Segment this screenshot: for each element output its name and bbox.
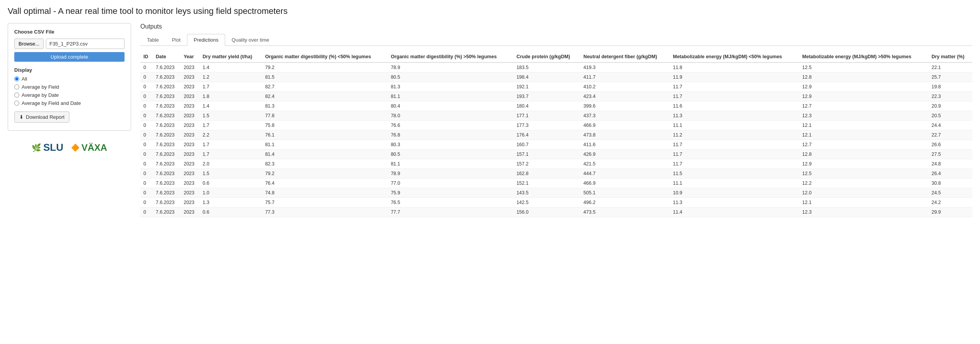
tab-table[interactable]: Table	[140, 34, 165, 46]
tab-quality[interactable]: Quality over time	[225, 34, 276, 46]
cell-me_gt50: 12.8	[799, 73, 928, 82]
cell-date: 7.6.2023	[153, 207, 181, 217]
cell-year: 2023	[180, 169, 199, 179]
vaxa-icon: 🔶	[71, 143, 79, 152]
cell-id: 0	[140, 179, 153, 188]
table-body: 07.6.202320231.479.278.9183.5419.311.812…	[140, 62, 972, 217]
cell-id: 0	[140, 62, 153, 73]
cell-year: 2023	[180, 101, 199, 111]
browse-button[interactable]: Browse...	[14, 39, 44, 49]
cell-year: 2023	[180, 198, 199, 207]
cell-dmy: 1.7	[200, 82, 262, 92]
outputs-title: Outputs	[140, 23, 972, 30]
table-row: 07.6.202320231.375.776.5142.5496.211.312…	[140, 198, 972, 207]
cell-dmy: 2.2	[200, 130, 262, 140]
cell-me_gt50: 12.9	[799, 82, 928, 92]
cell-me_lt50: 11.4	[670, 207, 799, 217]
radio-avg-field-date-input[interactable]	[14, 101, 19, 106]
cell-omd_gt50: 81.3	[388, 82, 514, 92]
radio-avg-date[interactable]: Average by Date	[14, 92, 125, 98]
cell-year: 2023	[180, 159, 199, 169]
col-header-dm-pct: Dry matter (%)	[928, 51, 972, 62]
cell-date: 7.6.2023	[153, 150, 181, 159]
cell-me_lt50: 11.7	[670, 92, 799, 101]
cell-year: 2023	[180, 140, 199, 150]
vaxa-text: VÄXA	[81, 142, 107, 153]
slu-logo: 🌿 SLU	[32, 142, 63, 153]
cell-omd_gt50: 75.9	[388, 188, 514, 198]
col-header-cp: Crude protein (g/kgDM)	[514, 51, 581, 62]
radio-avg-field-date[interactable]: Average by Field and Date	[14, 100, 125, 106]
cell-ndf: 444.7	[580, 169, 670, 179]
cell-ndf: 426.9	[580, 150, 670, 159]
cell-omd_gt50: 76.8	[388, 130, 514, 140]
table-row: 07.6.202320231.781.180.3160.7411.611.712…	[140, 140, 972, 150]
cell-year: 2023	[180, 121, 199, 130]
cell-omd_lt50: 74.8	[262, 188, 388, 198]
cell-omd_gt50: 81.1	[388, 92, 514, 101]
cell-me_lt50: 11.6	[670, 101, 799, 111]
radio-all-input[interactable]	[14, 76, 19, 81]
cell-omd_lt50: 75.7	[262, 198, 388, 207]
table-header-row: ID Date Year Dry matter yield (t/ha) Org…	[140, 51, 972, 62]
radio-avg-field[interactable]: Average by Field	[14, 84, 125, 90]
cell-date: 7.6.2023	[153, 111, 181, 121]
cell-me_gt50: 12.9	[799, 159, 928, 169]
cell-id: 0	[140, 140, 153, 150]
table-row: 07.6.202320231.579.278.9162.8444.711.512…	[140, 169, 972, 179]
col-header-id: ID	[140, 51, 153, 62]
cell-omd_lt50: 79.2	[262, 62, 388, 73]
radio-all[interactable]: All	[14, 76, 125, 82]
data-table: ID Date Year Dry matter yield (t/ha) Org…	[140, 51, 972, 217]
slu-icon: 🌿	[32, 143, 41, 152]
cell-dmy: 1.7	[200, 150, 262, 159]
table-row: 07.6.202320231.882.481.1193.7423.411.712…	[140, 92, 972, 101]
slu-text: SLU	[43, 142, 63, 153]
cell-dmy: 1.4	[200, 101, 262, 111]
cell-id: 0	[140, 73, 153, 82]
table-row: 07.6.202320230.677.377.7156.0473.511.412…	[140, 207, 972, 217]
cell-date: 7.6.2023	[153, 121, 181, 130]
cell-dmy: 1.8	[200, 92, 262, 101]
cell-cp: 193.7	[514, 92, 581, 101]
table-row: 07.6.202320231.781.480.5157.1426.911.712…	[140, 150, 972, 159]
cell-omd_lt50: 76.1	[262, 130, 388, 140]
cell-omd_lt50: 81.3	[262, 101, 388, 111]
cell-omd_lt50: 75.8	[262, 121, 388, 130]
cell-ndf: 410.2	[580, 82, 670, 92]
cell-me_lt50: 11.5	[670, 169, 799, 179]
col-header-date: Date	[153, 51, 181, 62]
radio-avg-date-input[interactable]	[14, 93, 19, 98]
cell-year: 2023	[180, 150, 199, 159]
tab-plot[interactable]: Plot	[165, 34, 187, 46]
download-report-button[interactable]: ⬇ Download Report	[14, 111, 69, 123]
cell-cp: 177.1	[514, 111, 581, 121]
cell-me_gt50: 12.2	[799, 179, 928, 188]
cell-me_gt50: 12.0	[799, 188, 928, 198]
table-row: 07.6.202320232.276.176.8176.4473.811.212…	[140, 130, 972, 140]
cell-id: 0	[140, 150, 153, 159]
cell-date: 7.6.2023	[153, 159, 181, 169]
cell-omd_gt50: 77.0	[388, 179, 514, 188]
cell-id: 0	[140, 130, 153, 140]
cell-year: 2023	[180, 207, 199, 217]
cell-date: 7.6.2023	[153, 140, 181, 150]
cell-me_lt50: 10.9	[670, 188, 799, 198]
download-icon: ⬇	[19, 114, 24, 120]
radio-avg-field-input[interactable]	[14, 84, 19, 89]
cell-dm_pct: 24.5	[928, 188, 972, 198]
csv-panel-title: Choose CSV File	[14, 29, 125, 35]
cell-omd_gt50: 80.5	[388, 73, 514, 82]
cell-cp: 157.1	[514, 150, 581, 159]
tab-predictions[interactable]: Predictions	[187, 34, 225, 46]
cell-dmy: 1.3	[200, 198, 262, 207]
cell-year: 2023	[180, 111, 199, 121]
cell-id: 0	[140, 82, 153, 92]
sidebar: Choose CSV File Browse... F35_1_P2P3.csv…	[8, 23, 131, 153]
cell-cp: 142.5	[514, 198, 581, 207]
cell-me_gt50: 12.1	[799, 198, 928, 207]
cell-dm_pct: 26.4	[928, 169, 972, 179]
cell-dmy: 1.4	[200, 62, 262, 73]
upload-status-bar: Upload complete	[14, 52, 125, 62]
cell-cp: 192.1	[514, 82, 581, 92]
